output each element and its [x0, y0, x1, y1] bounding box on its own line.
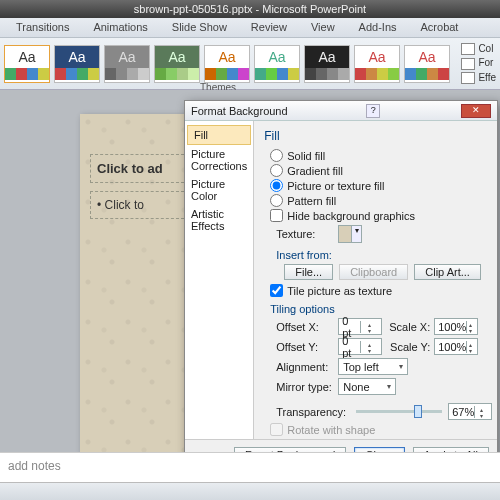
- transparency-slider[interactable]: [356, 410, 442, 413]
- gradient-fill-radio[interactable]: Gradient fill: [270, 164, 492, 177]
- fill-header: Fill: [264, 129, 492, 143]
- theme-swatch-2[interactable]: Aa: [54, 45, 100, 83]
- scalex-label: Scale X:: [386, 321, 430, 333]
- clipboard-button: Clipboard: [339, 264, 408, 280]
- notes-pane[interactable]: add notes: [0, 452, 500, 482]
- transparency-label: Transparency:: [276, 406, 350, 418]
- file-button[interactable]: File...: [284, 264, 333, 280]
- mirror-label: Mirror type:: [276, 381, 334, 393]
- theme-swatch-1[interactable]: Aa: [4, 45, 50, 83]
- rotate-checkbox: Rotate with shape: [270, 423, 492, 436]
- alignment-combo[interactable]: Top left▾: [338, 358, 408, 375]
- offsety-label: Offset Y:: [276, 341, 334, 353]
- tab-transitions[interactable]: Transitions: [4, 18, 81, 37]
- mirror-combo[interactable]: None▾: [338, 378, 396, 395]
- theme-swatch-9[interactable]: Aa: [404, 45, 450, 83]
- scaley-input[interactable]: 100%▴▾: [434, 338, 478, 355]
- theme-swatch-3[interactable]: Aa: [104, 45, 150, 83]
- clipart-button[interactable]: Clip Art...: [414, 264, 481, 280]
- nav-artistic-effects[interactable]: Artistic Effects: [185, 205, 253, 235]
- offsetx-label: Offset X:: [276, 321, 334, 333]
- tab-view[interactable]: View: [299, 18, 347, 37]
- format-background-dialog: Format Background ? ✕ Fill Picture Corre…: [184, 100, 498, 470]
- tab-animations[interactable]: Animations: [81, 18, 159, 37]
- nav-picture-color[interactable]: Picture Color: [185, 175, 253, 205]
- solid-fill-radio[interactable]: Solid fill: [270, 149, 492, 162]
- theme-swatch-4[interactable]: Aa: [154, 45, 200, 83]
- theme-swatch-6[interactable]: Aa: [254, 45, 300, 83]
- texture-label: Texture:: [276, 228, 334, 240]
- offsetx-input[interactable]: 0 pt▴▾: [338, 318, 382, 335]
- theme-swatch-8[interactable]: Aa: [354, 45, 400, 83]
- effects-button[interactable]: Effe: [461, 72, 496, 84]
- alignment-label: Alignment:: [276, 361, 334, 373]
- tab-acrobat[interactable]: Acrobat: [409, 18, 471, 37]
- insert-from-label: Insert from:: [276, 249, 492, 261]
- chevron-down-icon[interactable]: ▾: [399, 362, 403, 371]
- scaley-label: Scale Y:: [386, 341, 430, 353]
- fonts-button[interactable]: For: [461, 57, 496, 69]
- tab-review[interactable]: Review: [239, 18, 299, 37]
- pattern-fill-radio[interactable]: Pattern fill: [270, 194, 492, 207]
- close-icon[interactable]: ✕: [461, 104, 491, 118]
- chevron-down-icon[interactable]: ▾: [351, 226, 361, 242]
- nav-picture-corrections[interactable]: Picture Corrections: [185, 145, 253, 175]
- ribbon: Aa Aa Aa Aa Aa Aa Aa Aa Aa Col For Effe: [0, 38, 500, 90]
- texture-picker[interactable]: ▾: [338, 225, 362, 243]
- status-bar: [0, 482, 500, 500]
- scalex-input[interactable]: 100%▴▾: [434, 318, 478, 335]
- picture-fill-radio[interactable]: Picture or texture fill: [270, 179, 492, 192]
- offsety-input[interactable]: 0 pt▴▾: [338, 338, 382, 355]
- transparency-input[interactable]: 67%▴▾: [448, 403, 492, 420]
- chevron-down-icon[interactable]: ▾: [387, 382, 391, 391]
- theme-swatch-5[interactable]: Aa: [204, 45, 250, 83]
- theme-swatch-7[interactable]: Aa: [304, 45, 350, 83]
- dialog-nav: Fill Picture Corrections Picture Color A…: [185, 121, 254, 439]
- tile-checkbox[interactable]: Tile picture as texture: [270, 284, 492, 297]
- dialog-title: Format Background: [191, 105, 288, 117]
- colors-button[interactable]: Col: [461, 43, 496, 55]
- tab-slideshow[interactable]: Slide Show: [160, 18, 239, 37]
- tab-addins[interactable]: Add-Ins: [347, 18, 409, 37]
- help-icon[interactable]: ?: [366, 104, 380, 118]
- ribbon-tabs: Transitions Animations Slide Show Review…: [0, 18, 500, 38]
- nav-fill[interactable]: Fill: [187, 125, 251, 145]
- window-title: sbrown-ppt-050516.pptx - Microsoft Power…: [0, 0, 500, 18]
- hide-bg-checkbox[interactable]: Hide background graphics: [270, 209, 492, 222]
- tiling-header: Tiling options: [270, 303, 492, 315]
